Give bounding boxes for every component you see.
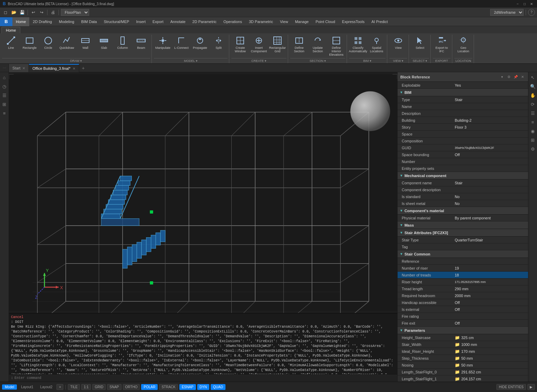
tool-rectangle[interactable]: Rectangle: [21, 35, 39, 51]
tool-beam[interactable]: Beam: [132, 35, 150, 51]
prop-section-mechanical[interactable]: ▼ Mechanical component: [398, 172, 528, 179]
statusbar-esnap[interactable]: ESNAP: [179, 384, 196, 390]
tool-line[interactable]: Line: [2, 35, 20, 51]
prop-section-parameters[interactable]: ▼ Parameters: [398, 327, 528, 334]
rt-render[interactable]: ◉: [529, 127, 537, 135]
menu-operations[interactable]: Operations: [220, 17, 245, 26]
tool-classify[interactable]: Classify Automatically: [349, 35, 367, 54]
tool-wall[interactable]: Wall: [76, 35, 94, 51]
menu-2d-parametric[interactable]: 2D Parametric: [189, 17, 220, 26]
rt-properties[interactable]: ≡: [529, 118, 537, 126]
tool-insert-component[interactable]: Insert Component: [250, 35, 268, 54]
menu-export[interactable]: Export: [149, 17, 167, 26]
menu-view[interactable]: View: [276, 17, 292, 26]
rp-collapse[interactable]: ▾: [499, 74, 505, 80]
statusbar-tab-layout1[interactable]: Layout1: [18, 384, 36, 390]
statusbar-tab-layout2[interactable]: Layout2: [38, 384, 55, 390]
prop-section-stair-common[interactable]: ▼ Stair Common: [398, 250, 528, 258]
prop-explodable-value[interactable]: Yes: [453, 83, 528, 88]
rt-pan[interactable]: ✋: [529, 91, 537, 99]
tab-main[interactable]: Office Building_3.final* ✕: [29, 64, 79, 72]
ls-home[interactable]: ⌂: [1, 74, 8, 81]
menu-manage[interactable]: Manage: [292, 17, 312, 26]
tool-update-section[interactable]: Update Section: [309, 35, 327, 54]
tool-create-window[interactable]: Create Window: [231, 35, 249, 54]
qa-print[interactable]: 🖨: [50, 9, 56, 16]
tab-start[interactable]: Start ✕: [9, 64, 29, 72]
menu-structural[interactable]: Structural/MEP: [100, 17, 133, 26]
rp-pin[interactable]: 📌: [513, 74, 518, 80]
statusbar-snap[interactable]: SNAP: [107, 384, 121, 390]
tool-define-interior[interactable]: Define Interior Elevations: [327, 35, 345, 57]
bricscad-logo[interactable]: B: [0, 17, 12, 26]
statusbar-quad[interactable]: QUAD: [211, 384, 225, 390]
statusbar-arrow-right[interactable]: ▶: [527, 384, 535, 390]
menu-annotate[interactable]: Annotate: [167, 17, 189, 26]
qa-new[interactable]: ◻: [2, 9, 9, 16]
statusbar-ortho[interactable]: ORTHO: [123, 384, 140, 390]
view-mode-selector[interactable]: 2dWireframe: [490, 9, 524, 16]
statusbar-polar[interactable]: POLAR: [141, 384, 158, 390]
prop-section-bim[interactable]: ▼ BIM: [398, 89, 528, 96]
tool-select[interactable]: Select: [411, 35, 429, 51]
menu-ai-predict[interactable]: AI Predict: [368, 17, 391, 26]
tool-column[interactable]: Column: [114, 35, 131, 51]
qa-open[interactable]: 📂: [10, 9, 17, 16]
qa-save[interactable]: 💾: [19, 9, 25, 16]
viewport[interactable]: X Y Z: [9, 72, 397, 313]
statusbar-dyn[interactable]: DYN: [197, 384, 209, 390]
qa-redo[interactable]: ↪: [38, 9, 45, 16]
prop-section-mass[interactable]: ▼ Mass: [398, 221, 528, 229]
tool-slab[interactable]: Slab: [95, 35, 113, 51]
tool-define-section[interactable]: Define Section: [290, 35, 308, 54]
prop-section-material[interactable]: ▼ Component's material: [398, 207, 528, 215]
menu-point-cloud[interactable]: Point Cloud: [312, 17, 339, 26]
statusbar-tile[interactable]: TILE: [68, 384, 80, 390]
close-button[interactable]: ✕: [529, 1, 534, 7]
menu-home[interactable]: Home: [12, 17, 29, 26]
tool-rectangular-grid[interactable]: Rectangular Grid: [268, 35, 286, 54]
statusbar-hide-entities[interactable]: HIDE ENTITIES: [496, 384, 526, 390]
tool-quickdraw[interactable]: Quickdraw: [58, 35, 76, 51]
rt-bim[interactable]: ⊞: [529, 136, 537, 144]
ls-layers[interactable]: ☰: [1, 91, 8, 99]
rt-settings[interactable]: ⚙: [529, 145, 537, 153]
statusbar-tab-model[interactable]: Model: [2, 384, 17, 390]
tool-propagate[interactable]: Propagate: [191, 35, 209, 51]
ls-blocks[interactable]: ⊞: [1, 100, 8, 108]
console-input[interactable]: [14, 376, 395, 380]
rp-settings[interactable]: ⚙: [506, 74, 512, 80]
tool-manipulate[interactable]: Manipulate: [154, 35, 172, 51]
rp-close[interactable]: ✕: [520, 74, 525, 80]
statusbar-add-layout[interactable]: +: [56, 384, 63, 390]
console-output[interactable]: Cancel : DOIT Be tHe Rizz kIng: {'Affect…: [9, 314, 397, 374]
tool-split[interactable]: Split: [210, 35, 228, 51]
statusbar-scale[interactable]: 1:1: [81, 384, 91, 390]
qa-undo[interactable]: ↩: [30, 9, 37, 16]
tab-add-button[interactable]: +: [79, 64, 87, 72]
statusbar-strack[interactable]: STRACK: [159, 384, 178, 390]
ls-recent[interactable]: ◷: [1, 83, 8, 90]
menu-express-tools[interactable]: ExpressTools: [339, 17, 368, 26]
menu-insert[interactable]: Insert: [133, 17, 149, 26]
tab-start-close[interactable]: ✕: [22, 66, 25, 70]
tool-circle[interactable]: Circle: [39, 35, 57, 51]
minimize-button[interactable]: −: [515, 1, 520, 7]
tool-l-connect[interactable]: L-Connect: [172, 35, 190, 51]
help-button[interactable]: ?: [528, 9, 535, 16]
statusbar-grid[interactable]: GRID: [92, 384, 106, 390]
tool-view[interactable]: View: [389, 35, 407, 51]
rt-zoom[interactable]: 🔍: [529, 83, 537, 90]
ribbon-tab-home[interactable]: Home: [1, 27, 20, 33]
tab-main-close[interactable]: ✕: [73, 67, 75, 70]
menu-2d-drafting[interactable]: 2D Drafting: [29, 17, 55, 26]
maximize-button[interactable]: □: [522, 1, 527, 7]
menu-bim-data[interactable]: BIM Data: [78, 17, 101, 26]
rt-layers[interactable]: ☰: [529, 109, 537, 117]
rt-select[interactable]: ↖: [529, 74, 537, 81]
prop-section-stair-ifc[interactable]: ▼ Stair Attributes [IFC2X3]: [398, 229, 528, 237]
rt-orbit[interactable]: ⟳: [529, 100, 537, 108]
menu-modeling[interactable]: Modeling: [55, 17, 78, 26]
workspace-selector[interactable]: FloorPlan: [61, 9, 89, 16]
tool-geo-location[interactable]: Geo Location: [454, 35, 472, 54]
